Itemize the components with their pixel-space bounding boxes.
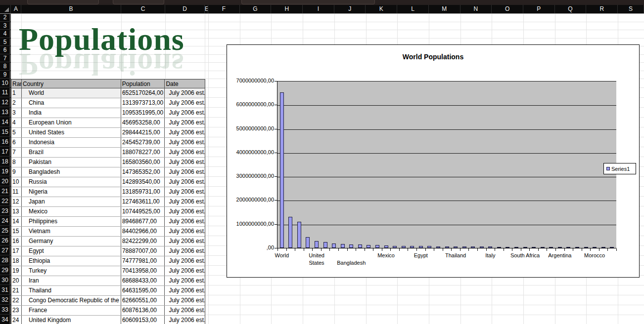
row-header-34[interactable]: 34: [0, 315, 10, 324]
country-cell[interactable]: Japan: [22, 197, 121, 206]
date-cell[interactable]: July 2006 est.: [165, 187, 205, 197]
column-header-R[interactable]: R: [586, 5, 618, 13]
country-cell[interactable]: Pakistan: [22, 158, 121, 167]
column-header-B[interactable]: B: [21, 5, 121, 13]
row-header-3[interactable]: 3: [0, 22, 10, 30]
table-header-rank[interactable]: Rank: [11, 80, 22, 88]
row-header-15[interactable]: 15: [0, 127, 10, 137]
population-cell[interactable]: 245452739,00: [121, 138, 165, 147]
country-cell[interactable]: Nigeria: [22, 187, 121, 197]
country-cell[interactable]: Iran: [22, 276, 121, 285]
table-header-date[interactable]: Date: [165, 80, 205, 88]
rank-cell[interactable]: 10: [11, 177, 22, 187]
date-cell[interactable]: July 2006 est.: [165, 296, 205, 305]
population-cell[interactable]: 70413958,00: [121, 266, 165, 276]
population-cell[interactable]: 84402966,00: [121, 227, 165, 236]
date-cell[interactable]: July 2006 est.: [165, 98, 205, 108]
country-cell[interactable]: Thailand: [22, 286, 121, 295]
select-all-corner[interactable]: [0, 5, 11, 13]
country-cell[interactable]: Philippines: [22, 217, 121, 226]
date-cell[interactable]: July 2006 est.: [165, 138, 205, 147]
row-header-32[interactable]: 32: [0, 295, 10, 305]
rank-cell[interactable]: 20: [11, 276, 22, 285]
population-cell[interactable]: 107449525,00: [121, 207, 165, 216]
country-cell[interactable]: European Union: [22, 118, 121, 127]
row-header-9[interactable]: 9: [0, 71, 10, 79]
column-header-N[interactable]: N: [460, 5, 492, 13]
date-cell[interactable]: July 2006 est.: [165, 286, 205, 295]
date-cell[interactable]: July 2006 est.: [165, 158, 205, 167]
row-header-25[interactable]: 25: [0, 226, 10, 236]
rank-cell[interactable]: 19: [11, 266, 22, 276]
rank-cell[interactable]: 24: [11, 316, 22, 324]
date-cell[interactable]: July 2006 est.: [165, 88, 205, 98]
rank-cell[interactable]: 21: [11, 286, 22, 295]
row-header-8[interactable]: 8: [0, 63, 10, 71]
date-cell[interactable]: July 2006 est.: [165, 276, 205, 285]
country-cell[interactable]: Brazil: [22, 148, 121, 157]
rank-cell[interactable]: 18: [11, 256, 22, 266]
date-cell[interactable]: July 2006 est.: [165, 266, 205, 276]
rank-cell[interactable]: 12: [11, 197, 22, 206]
population-cell[interactable]: 1095351995,00: [121, 108, 165, 118]
row-header-13[interactable]: 13: [0, 108, 10, 117]
row-header-17[interactable]: 17: [0, 147, 10, 157]
population-cell[interactable]: 62660551,00: [121, 296, 165, 305]
country-cell[interactable]: Bangladesh: [22, 167, 121, 177]
rank-cell[interactable]: 6: [11, 138, 22, 147]
row-header-5[interactable]: 5: [0, 39, 10, 46]
column-header-A[interactable]: A: [11, 5, 21, 13]
population-cell[interactable]: 78887007,00: [121, 246, 165, 256]
column-header-S[interactable]: S: [618, 5, 644, 13]
row-header-10[interactable]: 10: [0, 79, 10, 87]
population-cell[interactable]: 64631595,00: [121, 286, 165, 295]
date-cell[interactable]: July 2006 est.: [165, 167, 205, 177]
country-cell[interactable]: Congo Democratic Republic of the: [22, 296, 121, 305]
row-header-6[interactable]: 6: [0, 46, 10, 54]
row-header-23[interactable]: 23: [0, 206, 10, 216]
row-header-11[interactable]: 11: [0, 88, 10, 97]
row-header-21[interactable]: 21: [0, 187, 10, 196]
population-cell[interactable]: 82422299,00: [121, 237, 165, 246]
population-cell[interactable]: 60609153,00: [121, 316, 165, 324]
date-cell[interactable]: July 2006 est.: [165, 316, 205, 324]
row-header-33[interactable]: 33: [0, 305, 10, 315]
table-header-country[interactable]: Country: [22, 80, 121, 88]
rank-cell[interactable]: 23: [11, 306, 22, 315]
table-header-population[interactable]: Population: [121, 80, 165, 88]
column-header-G[interactable]: G: [240, 5, 272, 13]
populations-wordart[interactable]: Populations Populations: [19, 24, 217, 80]
population-cell[interactable]: 142893540,00: [121, 177, 165, 187]
column-header-Q[interactable]: Q: [555, 5, 587, 13]
column-header-O[interactable]: O: [492, 5, 523, 13]
row-header-16[interactable]: 16: [0, 137, 10, 147]
rank-cell[interactable]: 17: [11, 246, 22, 256]
column-header-H[interactable]: H: [271, 5, 303, 13]
country-cell[interactable]: Turkey: [22, 266, 121, 276]
country-cell[interactable]: Germany: [22, 237, 121, 246]
country-cell[interactable]: France: [22, 306, 121, 315]
population-cell[interactable]: 131859731,00: [121, 187, 165, 197]
rank-cell[interactable]: 11: [11, 187, 22, 197]
row-header-28[interactable]: 28: [0, 256, 10, 265]
row-header-19[interactable]: 19: [0, 167, 10, 176]
date-cell[interactable]: July 2006 est.: [165, 246, 205, 256]
population-cell[interactable]: 456953258,00: [121, 118, 165, 127]
row-header-14[interactable]: 14: [0, 118, 10, 127]
row-header-20[interactable]: 20: [0, 177, 10, 186]
date-cell[interactable]: July 2006 est.: [165, 108, 205, 118]
date-cell[interactable]: July 2006 est.: [165, 227, 205, 236]
country-cell[interactable]: United States: [22, 128, 121, 137]
country-cell[interactable]: United Kingdom: [22, 316, 121, 324]
column-header-F[interactable]: F: [208, 5, 240, 13]
rank-cell[interactable]: 16: [11, 237, 22, 246]
column-header-D[interactable]: D: [165, 5, 205, 13]
country-cell[interactable]: Vietnam: [22, 227, 121, 236]
date-cell[interactable]: July 2006 est.: [165, 237, 205, 246]
date-cell[interactable]: July 2006 est.: [165, 207, 205, 216]
date-cell[interactable]: July 2006 est.: [165, 118, 205, 127]
population-cell[interactable]: 1313973713,00: [121, 98, 165, 108]
country-cell[interactable]: Mexico: [22, 207, 121, 216]
population-cell[interactable]: 6525170264,00: [121, 88, 165, 98]
date-cell[interactable]: July 2006 est.: [165, 197, 205, 206]
